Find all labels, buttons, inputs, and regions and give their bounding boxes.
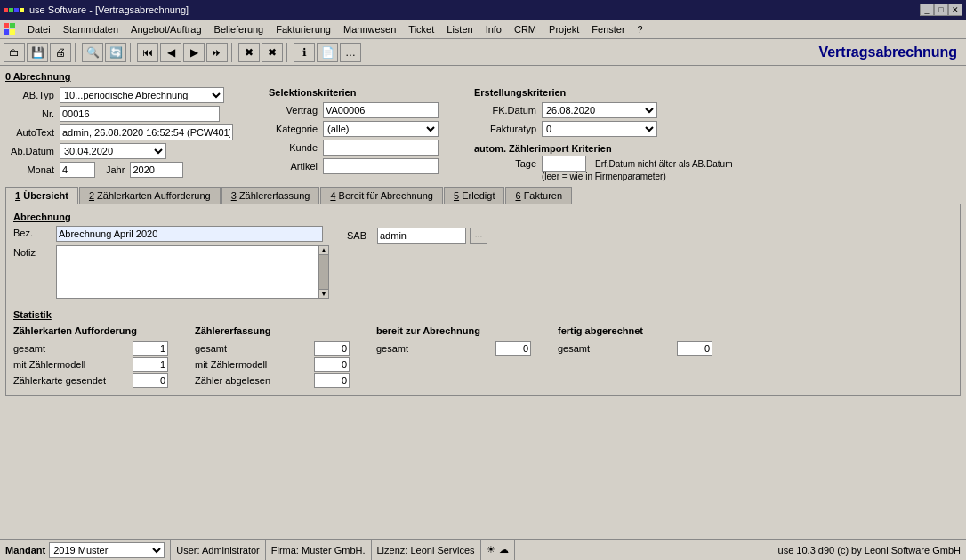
toolbar-doc[interactable]: 📄 — [317, 43, 338, 62]
abdatum-select[interactable]: 30.04.2020 — [60, 143, 166, 159]
menu-belieferung[interactable]: Belieferung — [209, 22, 270, 36]
menu-projekt[interactable]: Projekt — [543, 22, 584, 36]
stat-row-1-2: Zähler abgelesen 0 — [195, 373, 350, 388]
sab-row: SAB ··· — [347, 228, 487, 244]
menu-angebot[interactable]: Angebot/Auftrag — [125, 22, 207, 36]
menu-help[interactable]: ? — [632, 22, 648, 36]
autotext-label: AutoText — [5, 127, 54, 138]
main-content: 0 Abrechnung AB.Typ 10...periodische Abr… — [0, 66, 966, 539]
stat-col-3-title: fertig abgerechnet — [558, 325, 712, 336]
bez-input[interactable] — [56, 226, 323, 242]
nr-input[interactable] — [60, 106, 220, 122]
menu-listen[interactable]: Listen — [441, 22, 478, 36]
jahr-input[interactable] — [130, 162, 183, 178]
menu-mahnwesen[interactable]: Mahnwesen — [338, 22, 401, 36]
artikel-input[interactable] — [323, 158, 439, 174]
fakturatyp-label: Fakturatyp — [474, 124, 536, 134]
vertrag-input[interactable] — [323, 102, 439, 118]
fakturatyp-select[interactable]: 0 — [542, 121, 657, 137]
toolbar-sep3 — [231, 43, 235, 62]
kunde-input[interactable] — [323, 140, 439, 156]
sab-button[interactable]: ··· — [470, 228, 487, 244]
toolbar-cancel[interactable]: ✖ — [262, 43, 283, 62]
toolbar-prev[interactable]: ◀ — [160, 43, 181, 62]
sab-input[interactable] — [377, 228, 466, 244]
form-col-left: AB.Typ 10...periodische Abrechnung Nr. A… — [5, 87, 233, 181]
notiz-row: Notiz ▲ ▼ — [13, 245, 329, 299]
toolbar-info[interactable]: ℹ — [294, 43, 315, 62]
sab-label: SAB — [347, 230, 374, 241]
menu-ticket[interactable]: Ticket — [403, 22, 439, 36]
close-button[interactable]: ✕ — [948, 4, 962, 16]
stat-val-2-0: 0 — [495, 341, 531, 356]
stat-label-1-0: gesamt — [195, 343, 310, 354]
menu-fakturierung[interactable]: Fakturierung — [270, 22, 336, 36]
scroll-up-btn[interactable]: ▲ — [319, 246, 328, 255]
toolbar-search[interactable]: 🔍 — [82, 43, 103, 62]
stat-row-0-0: gesamt 1 — [13, 341, 168, 356]
abtyp-select[interactable]: 10...periodische Abrechnung — [60, 87, 224, 103]
kategorie-row: Kategorie (alle) — [269, 121, 439, 137]
tab-bereit[interactable]: 4 Bereit für Abrechnung — [320, 187, 443, 204]
section-header: 0 Abrechnung — [5, 71, 961, 82]
tabs: 1 Übersicht 2 Zählerkarten Aufforderung … — [5, 187, 961, 204]
stat-row-2-0: gesamt 0 — [376, 341, 531, 356]
notiz-textarea[interactable] — [56, 245, 318, 299]
bez-label: Bez. — [13, 226, 49, 238]
fkdatum-select[interactable]: 26.08.2020 — [542, 102, 657, 118]
kategorie-select[interactable]: (alle) — [323, 121, 439, 137]
tab-uebersicht[interactable]: 1 Übersicht — [5, 187, 78, 204]
bez-row: Bez. — [13, 226, 329, 242]
toolbar-new[interactable]: 🗀 — [4, 43, 25, 62]
tage-input[interactable] — [542, 156, 586, 172]
toolbar-save[interactable]: 💾 — [27, 43, 48, 62]
toolbar-sep2 — [130, 43, 133, 62]
menu-bar: Datei Stammdaten Angebot/Auftrag Beliefe… — [0, 20, 966, 39]
title-bar-left: use Software - [Vertragsabrechnung] — [4, 4, 189, 15]
tage-note2: (leer = wie in Firmenparameter) — [542, 172, 733, 181]
menu-stammdaten[interactable]: Stammdaten — [58, 22, 124, 36]
autotext-input[interactable] — [60, 124, 233, 140]
toolbar-print[interactable]: 🖨 — [50, 43, 71, 62]
stat-col-2-title: bereit zur Abrechnung — [376, 325, 531, 336]
tab-panel: Abrechnung Bez. Notiz ▲ — [5, 204, 961, 396]
toolbar-next[interactable]: ▶ — [183, 43, 205, 62]
scroll-down-btn[interactable]: ▼ — [319, 289, 328, 298]
menu-datei[interactable]: Datei — [22, 22, 56, 36]
icon-seg: ☀ ☁ — [481, 540, 515, 560]
stat-grid: Zählerkarten Aufforderung gesamt 1 mit Z… — [13, 325, 953, 388]
tab-zaehlerkarten[interactable]: 2 Zählerkarten Aufforderung — [79, 187, 221, 204]
nr-row: Nr. — [5, 106, 233, 122]
artikel-row: Artikel — [269, 158, 439, 174]
lizenz-seg: Lizenz: Leoni Services — [372, 540, 481, 560]
minimize-button[interactable]: _ — [920, 4, 934, 16]
statistik-title: Statistik — [13, 309, 953, 320]
window-controls[interactable]: _ □ ✕ — [920, 4, 962, 16]
tab-erledigt[interactable]: 5 Erledigt — [444, 187, 504, 204]
toolbar-last[interactable]: ⏭ — [206, 43, 228, 62]
abtyp-row: AB.Typ 10...periodische Abrechnung — [5, 87, 233, 103]
statistik-section: Statistik Zählerkarten Aufforderung gesa… — [13, 309, 953, 388]
toolbar-refresh[interactable]: 🔄 — [105, 43, 126, 62]
tab-fakturen[interactable]: 6 Fakturen — [505, 187, 572, 204]
monat-input[interactable] — [60, 162, 95, 178]
mandant-seg: Mandant 2019 Muster — [0, 540, 171, 560]
scroll-thumb — [319, 255, 328, 289]
toolbar-first[interactable]: ⏮ — [137, 43, 158, 62]
stat-row-3-0: gesamt 0 — [558, 341, 712, 356]
menu-crm[interactable]: CRM — [509, 22, 542, 36]
cloud-icon: ☁ — [499, 544, 509, 556]
menu-logo — [4, 23, 15, 35]
toolbar-more[interactable]: … — [340, 43, 361, 62]
toolbar-sep4 — [286, 43, 290, 62]
tab-zaehlererfassung[interactable]: 3 Zählererfassung — [221, 187, 320, 204]
menu-fenster[interactable]: Fenster — [586, 22, 630, 36]
menu-info[interactable]: Info — [480, 22, 507, 36]
maximize-button[interactable]: □ — [934, 4, 948, 16]
title-bar: use Software - [Vertragsabrechnung] _ □ … — [0, 0, 966, 20]
toolbar-delete[interactable]: ✖ — [238, 43, 260, 62]
notiz-label: Notiz — [13, 245, 49, 258]
stat-label-1-2: Zähler abgelesen — [195, 375, 310, 386]
mandant-select[interactable]: 2019 Muster — [49, 542, 165, 558]
erstellungskriterien: Erstellungskriterien FK.Datum 26.08.2020… — [474, 87, 733, 181]
